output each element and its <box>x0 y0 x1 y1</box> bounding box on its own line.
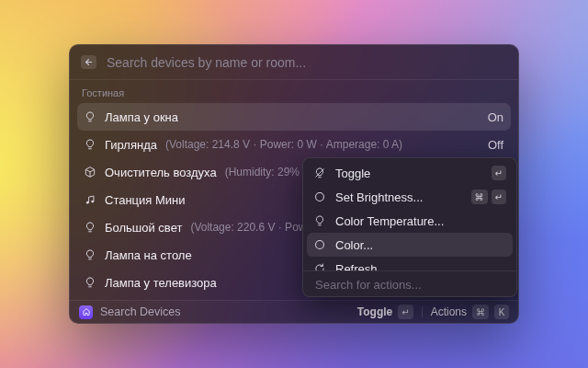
lightbulb-off-icon <box>313 167 326 179</box>
lightbulb-icon <box>84 248 96 261</box>
status-bar: Search Devices Toggle ↵ Actions ⌘ K <box>70 300 518 323</box>
lightbulb-icon <box>84 276 96 289</box>
app-name: Search Devices <box>100 305 181 318</box>
action-label: Refresh <box>335 262 378 272</box>
actions-search <box>303 271 516 297</box>
actions-list: Toggle ↵ Set Brightness... ⌘ ↵ <box>303 158 516 271</box>
search-input[interactable] <box>107 55 507 70</box>
section-header: Гостиная <box>82 87 506 98</box>
primary-action-label[interactable]: Toggle <box>357 305 392 318</box>
circle-icon <box>313 190 326 203</box>
device-title: Лампа у телевизора <box>105 276 217 290</box>
device-title: Лампа на столе <box>105 248 192 262</box>
actions-menu-label[interactable]: Actions <box>431 305 467 318</box>
return-key-badge: ↵ <box>398 305 413 319</box>
action-color-temperature[interactable]: Color Temperature... <box>307 209 513 233</box>
device-title: Станция Мини <box>105 193 186 207</box>
command-key-badge: ⌘ <box>472 305 489 319</box>
device-title: Гирлянда <box>105 138 157 152</box>
lightbulb-icon <box>313 214 326 227</box>
music-note-icon <box>84 193 96 206</box>
status-bar-actions: Toggle ↵ Actions ⌘ K <box>357 305 509 319</box>
lightbulb-icon <box>84 110 96 123</box>
action-label: Set Brightness... <box>335 190 423 204</box>
launcher-window: Гостиная Лампа у окна On Гирлянда (Volta… <box>69 44 519 324</box>
action-refresh[interactable]: Refresh <box>307 257 513 271</box>
circle-icon <box>313 238 326 251</box>
action-label: Color... <box>335 238 373 252</box>
k-key-badge: K <box>494 305 509 319</box>
return-key-badge: ↵ <box>492 166 506 180</box>
device-row-girlyanda[interactable]: Гирлянда (Voltage: 214.8 V · Power: 0 W … <box>77 131 511 158</box>
cube-icon <box>84 166 96 178</box>
device-row-lampa-u-okna[interactable]: Лампа у окна On <box>77 103 511 131</box>
home-app-icon <box>79 305 93 319</box>
lightbulb-icon <box>84 221 96 234</box>
actions-search-input[interactable] <box>315 278 504 292</box>
device-meta: (Voltage: 214.8 V · Power: 0 W · Amperag… <box>165 138 402 151</box>
command-key-badge: ⌘ <box>471 190 488 204</box>
action-shortcut: ↵ <box>492 166 506 180</box>
back-button[interactable] <box>81 55 96 69</box>
device-state: On <box>488 110 504 124</box>
action-color[interactable]: Color... <box>307 233 513 257</box>
action-label: Color Temperature... <box>335 214 444 228</box>
actions-popover: Toggle ↵ Set Brightness... ⌘ ↵ <box>302 157 517 297</box>
device-title: Большой свет <box>105 221 182 235</box>
action-set-brightness[interactable]: Set Brightness... ⌘ ↵ <box>307 185 513 209</box>
refresh-icon <box>313 262 326 271</box>
lightbulb-icon <box>84 138 96 151</box>
action-toggle[interactable]: Toggle ↵ <box>307 161 513 185</box>
device-title: Лампа у окна <box>105 110 178 124</box>
return-key-badge: ↵ <box>492 190 506 204</box>
search-bar <box>70 45 518 80</box>
action-shortcut: ⌘ ↵ <box>471 190 506 204</box>
device-title: Очиститель воздуха <box>105 166 217 179</box>
device-state: Off <box>488 138 504 152</box>
arrow-left-icon <box>84 57 94 67</box>
divider <box>422 306 423 317</box>
action-label: Toggle <box>335 167 370 180</box>
